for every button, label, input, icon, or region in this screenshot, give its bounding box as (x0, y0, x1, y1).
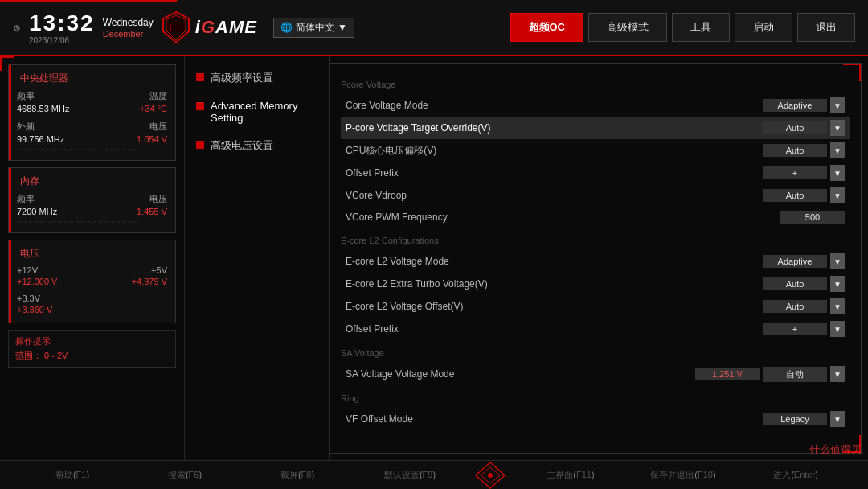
mem-freq-label: 频率 (17, 193, 35, 205)
row-ecore-extra-turbo-val: Auto (763, 277, 827, 290)
clock-weekday: Wednesday (103, 17, 154, 28)
row-pwm-freq-label: VCore PWM Frequency (346, 212, 780, 223)
top-bar: ⚙ 13:32 2023/12/06 Wednesday December i … (0, 0, 868, 56)
p5v-label: +5V (151, 265, 167, 275)
clock-area: ⚙ 13:32 2023/12/06 Wednesday December (13, 10, 154, 45)
left-panel: 中央处理器 频率 温度 4688.53 MHz +34 °C 外频 电压 99.… (0, 56, 185, 376)
bottom-enter[interactable]: 进入(Enter) (739, 469, 852, 481)
row-ecore-offset-prefix: Offset Prefix + ▼ (341, 318, 850, 340)
row-ecore-extra-turbo-label: E-core L2 Extra Turbo Voltage(V) (346, 278, 763, 290)
menu-item-freq[interactable]: 高级频率设置 (193, 66, 321, 90)
bottom-search[interactable]: 搜索(F6) (129, 469, 241, 481)
row-offset-prefix-arrow[interactable]: ▼ (830, 165, 845, 181)
nav-btn-advanced[interactable]: 高级模式 (588, 13, 667, 42)
row-core-voltage-mode-label: Core Voltage Mode (346, 100, 763, 111)
nav-btn-exit[interactable]: 退出 (797, 13, 855, 42)
language-selector[interactable]: 🌐 简体中文 ▼ (273, 18, 354, 38)
row-ecore-voltage-mode-value: Adaptive ▼ (763, 253, 845, 269)
row-cpu-offset-value: Auto ▼ (763, 142, 845, 158)
mem-card: 内存 频率 电压 7200 MHz 1.455 V ~~~~~~~~~~~~~~… (8, 167, 176, 233)
main-content: 中央处理器 频率 温度 4688.53 MHz +34 °C 外频 电压 99.… (0, 56, 868, 460)
row-vcore-vdroop-arrow[interactable]: ▼ (830, 187, 845, 203)
power-card-title: 电压 (17, 247, 167, 261)
hint-range: 范围： 0 - 2V (15, 350, 169, 362)
row-pwm-freq: VCore PWM Frequency 500 (341, 207, 850, 228)
cpu-temp-label: 温度 (149, 90, 167, 102)
cpu-card-title: 中央处理器 (17, 72, 167, 85)
p33v-label: +3.3V (17, 294, 40, 303)
row-ecore-voltage-mode-arrow[interactable]: ▼ (830, 253, 845, 269)
cpu-extfreq-label: 外频 (17, 121, 35, 133)
row-sa-voltage-val: 自动 (763, 367, 827, 382)
row-ecore-offset-prefix-value: + ▼ (763, 321, 845, 337)
bottom-save-exit[interactable]: 保存并退出(F10) (627, 469, 739, 481)
row-ecore-extra-turbo: E-core L2 Extra Turbo Voltage(V) Auto ▼ (341, 273, 850, 295)
bottom-default-label: 默认设置 (384, 470, 420, 479)
mem-freq-val: 7200 MHz (17, 207, 57, 216)
menu-item-memory[interactable]: Advanced Memory Setting (193, 95, 321, 129)
bottom-help[interactable]: 帮助(F1) (16, 469, 129, 481)
bottom-mainscreen-label: 主界面 (547, 470, 573, 479)
row-core-voltage-mode-arrow[interactable]: ▼ (830, 97, 845, 113)
nav-btn-oc[interactable]: 超频OC (510, 13, 584, 42)
row-ecore-extra-turbo-value: Auto ▼ (763, 276, 845, 292)
menu-item-voltage[interactable]: 高级电压设置 (193, 134, 321, 158)
row-vcore-vdroop-val: Auto (763, 189, 827, 202)
row-vf-offset-arrow[interactable]: ▼ (830, 411, 845, 427)
row-offset-prefix-value: + ▼ (763, 165, 845, 181)
row-sa-voltage-arrow[interactable]: ▼ (830, 366, 845, 382)
language-label: 简体中文 (296, 21, 334, 35)
p12v-label: +12V (17, 265, 38, 275)
row-sa-voltage-left-val: 1.251 V (695, 368, 760, 380)
bottom-mainscreen[interactable]: 主界面(F11) (514, 469, 627, 481)
mem-voltage-label: 电压 (149, 193, 167, 205)
row-ecore-voltage-mode: E-core L2 Voltage Mode Adaptive ▼ (341, 250, 850, 273)
logo-shield-icon: i (162, 10, 190, 44)
row-ecore-offset-arrow[interactable]: ▼ (830, 298, 845, 314)
bottom-screenshot[interactable]: 截屏(F8) (241, 469, 354, 481)
nav-btn-tools[interactable]: 工具 (672, 13, 730, 42)
menu-red-sq-2 (196, 141, 204, 149)
bottom-help-label: 帮助 (55, 470, 73, 479)
menu-item-memory-label: Advanced Memory Setting (211, 100, 317, 124)
right-panel[interactable]: Pcore Voltage Core Voltage Mode Adaptive… (330, 64, 861, 438)
row-vf-offset-val: Legacy (763, 413, 827, 425)
right-panel-wrapper: Pcore Voltage Core Voltage Mode Adaptive… (330, 63, 862, 454)
row-ecore-offset-val: Auto (763, 300, 827, 313)
cpu-card: 中央处理器 频率 温度 4688.53 MHz +34 °C 外频 电压 99.… (8, 64, 176, 161)
row-pwm-freq-value: 500 (780, 211, 845, 224)
row-ecore-offset: E-core L2 Voltage Offset(V) Auto ▼ (341, 295, 850, 318)
row-pcore-target-label: P-core Voltage Target Override(V) (346, 122, 763, 134)
gear-icon-clock: ⚙ (13, 23, 21, 33)
bottom-enter-label: 进入 (773, 470, 791, 479)
logo-area: i iGAME (162, 10, 257, 44)
svg-point-5 (488, 473, 493, 478)
row-vcore-vdroop: VCore Vdroop Auto ▼ (341, 184, 850, 207)
logo-text: iGAME (195, 17, 257, 38)
cpu-extfreq-val: 99.756 MHz (17, 134, 64, 144)
p33v-val: +3.360 V (17, 305, 52, 314)
bottom-logo-icon (474, 461, 506, 490)
left-panel-wrapper: 中央处理器 频率 温度 4688.53 MHz +34 °C 外频 电压 99.… (0, 56, 185, 460)
row-pcore-target-arrow[interactable]: ▼ (830, 120, 845, 136)
row-ecore-voltage-mode-label: E-core L2 Voltage Mode (346, 256, 763, 267)
power-card: 电压 +12V +5V +12.000 V +4.979 V +3.3V +3.… (8, 240, 176, 323)
row-ecore-offset-prefix-arrow[interactable]: ▼ (830, 321, 845, 337)
nav-btn-boot[interactable]: 启动 (735, 13, 792, 42)
row-cpu-offset-arrow[interactable]: ▼ (830, 142, 845, 158)
menu-item-freq-label: 高级频率设置 (211, 71, 273, 85)
hint-title: 操作提示 (15, 335, 169, 347)
row-cpu-offset: CPU核心电压偏移(V) Auto ▼ (341, 139, 850, 162)
bottom-default[interactable]: 默认设置(F9) (354, 469, 466, 481)
row-ecore-offset-prefix-label: Offset Prefix (346, 323, 763, 335)
nav-buttons: 超频OC 高级模式 工具 启动 退出 (510, 13, 856, 42)
clock-month: December (103, 29, 154, 39)
middle-panel: 高级频率设置 Advanced Memory Setting 高级电压设置 (185, 56, 330, 460)
cpu-wave: ~~~~~~~~~~~~~~~~~~~~~ (17, 146, 167, 154)
row-sa-voltage: SA Voltage Voltage Mode 1.251 V 自动 ▼ (341, 363, 850, 385)
p12v-val: +12.000 V (17, 277, 57, 286)
language-icon: 🌐 (280, 22, 293, 33)
menu-item-voltage-label: 高级电压设置 (211, 138, 273, 153)
clock-date: 2023/12/06 (29, 36, 95, 45)
row-ecore-extra-turbo-arrow[interactable]: ▼ (830, 276, 845, 292)
